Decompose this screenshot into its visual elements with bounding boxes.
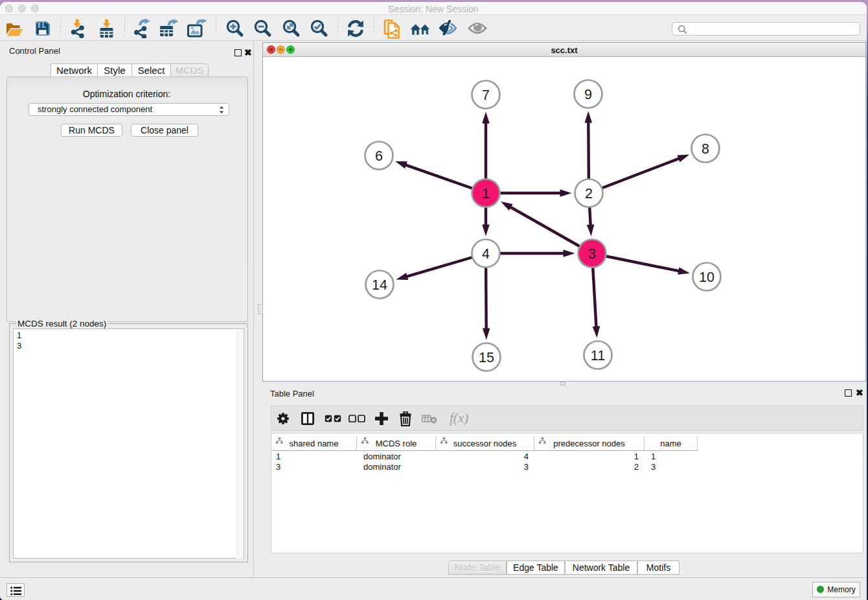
svg-text:15: 15 [479, 350, 494, 365]
svg-text:9: 9 [584, 87, 592, 102]
svg-text:3: 3 [588, 246, 596, 262]
svg-text:4: 4 [482, 246, 490, 262]
svg-text:10: 10 [699, 270, 714, 285]
svg-text:11: 11 [591, 348, 605, 363]
svg-text:2: 2 [585, 186, 593, 202]
svg-text:14: 14 [372, 277, 387, 293]
svg-text:1: 1 [482, 186, 490, 202]
svg-text:8: 8 [702, 141, 709, 157]
svg-text:6: 6 [375, 148, 383, 164]
svg-text:7: 7 [482, 87, 490, 103]
